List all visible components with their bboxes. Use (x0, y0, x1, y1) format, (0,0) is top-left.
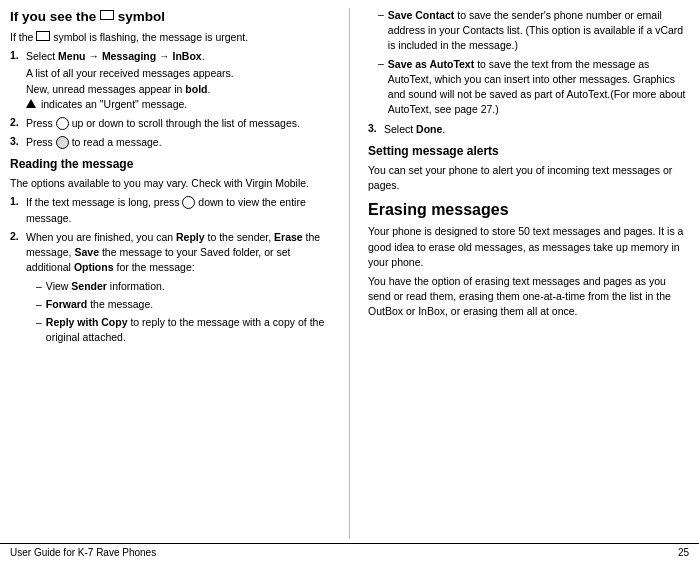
step-1-sub3: indicates an "Urgent" message. (26, 97, 234, 112)
step-3-number: 3. (10, 135, 22, 150)
step-1-content: Select Menu → Messaging → InBox. A list … (26, 49, 234, 112)
dash-2: – (36, 297, 42, 312)
dash-5: – (378, 57, 384, 118)
dash-2-content: Forward the message. (46, 297, 153, 312)
erasing-para1: Your phone is designed to store 50 text … (368, 224, 689, 270)
dash-1-content: View Sender information. (46, 279, 165, 294)
menu-label: Menu (58, 50, 85, 62)
save-label: Save (74, 246, 99, 258)
warn-triangle-icon (26, 99, 36, 108)
section-erasing: Erasing messages Your phone is designed … (368, 199, 689, 320)
envelope-icon-2 (36, 31, 50, 41)
dash-reply-with-copy: – Reply with Copy to reply to the messag… (26, 315, 331, 345)
done-label: Done (416, 123, 442, 135)
right-step-3-number: 3. (368, 122, 380, 137)
step-2: 2. Press up or down to scroll through th… (10, 116, 331, 131)
reading-step-2-number: 2. (10, 230, 22, 349)
reading-step-1: 1. If the text message is long, press do… (10, 195, 331, 225)
step-3: 3. Press to read a message. (10, 135, 331, 150)
dash-1: – (36, 279, 42, 294)
messaging-label: Messaging (102, 50, 156, 62)
step-2-number: 2. (10, 116, 22, 131)
dash-view-sender: – View Sender information. (26, 279, 331, 294)
dash-4-content: Save Contact to save the sender's phone … (388, 8, 689, 54)
step-1-number: 1. (10, 49, 22, 112)
column-divider (349, 8, 350, 539)
left-column: If you see the symbol If the symbol is f… (10, 8, 331, 539)
erasing-para2: You have the option of erasing text mess… (368, 274, 689, 320)
dash-3-content: Reply with Copy to reply to the message … (46, 315, 331, 345)
dash-3: – (36, 315, 42, 345)
section-symbol: If you see the symbol If the symbol is f… (10, 8, 331, 150)
right-step-3: 3. Select Done. (368, 122, 689, 137)
step-1-sub2: New, unread messages appear in bold. (26, 82, 234, 97)
alerts-text: You can set your phone to alert you of i… (368, 163, 689, 193)
step-1-sub1: A list of all your received messages app… (26, 66, 234, 81)
page-container: If you see the symbol If the symbol is f… (0, 0, 699, 561)
dash-save-contact: – Save Contact to save the sender's phon… (368, 8, 689, 54)
continued-dash-items: – Save Contact to save the sender's phon… (368, 8, 689, 118)
section-alerts: Setting message alerts You can set your … (368, 143, 689, 193)
alerts-title: Setting message alerts (368, 143, 689, 160)
dash-5-content: Save as AutoText to save the text from t… (388, 57, 689, 118)
reading-title: Reading the message (10, 156, 331, 173)
dash-4: – (378, 8, 384, 54)
footer-page-number: 25 (678, 547, 689, 558)
reply-label: Reply (176, 231, 205, 243)
erase-label: Erase (274, 231, 303, 243)
options-label: Options (74, 261, 114, 273)
section-reading: Reading the message The options availabl… (10, 156, 331, 348)
step-2-content: Press up or down to scroll through the l… (26, 116, 300, 131)
erasing-title: Erasing messages (368, 199, 689, 221)
inbox-label: InBox (172, 50, 201, 62)
right-column: – Save Contact to save the sender's phon… (368, 8, 689, 539)
reading-step-1-number: 1. (10, 195, 22, 225)
reading-step-1-content: If the text message is long, press down … (26, 195, 331, 225)
dash-items-group: – View Sender information. – Forward the… (26, 279, 331, 346)
dash-forward: – Forward the message. (26, 297, 331, 312)
ok-button-icon (56, 136, 69, 149)
footer-left: User Guide for K-7 Rave Phones (10, 547, 156, 558)
footer: User Guide for K-7 Rave Phones 25 (0, 543, 699, 561)
step-3-content: Press to read a message. (26, 135, 162, 150)
reading-step-2-content: When you are finished, you can Reply to … (26, 230, 331, 349)
section-symbol-title: If you see the symbol (10, 8, 331, 27)
nav-wheel-icon (56, 117, 69, 130)
symbol-intro-text: If the symbol is flashing, the message i… (10, 30, 331, 45)
reading-intro: The options available to you may vary. C… (10, 176, 331, 191)
envelope-icon (100, 10, 114, 20)
dash-save-autotext: – Save as AutoText to save the text from… (368, 57, 689, 118)
content-area: If you see the symbol If the symbol is f… (0, 0, 699, 543)
right-step-3-content: Select Done. (384, 122, 445, 137)
reading-step-2: 2. When you are finished, you can Reply … (10, 230, 331, 349)
nav-wheel-icon-2 (182, 196, 195, 209)
step-1: 1. Select Menu → Messaging → InBox. A li… (10, 49, 331, 112)
